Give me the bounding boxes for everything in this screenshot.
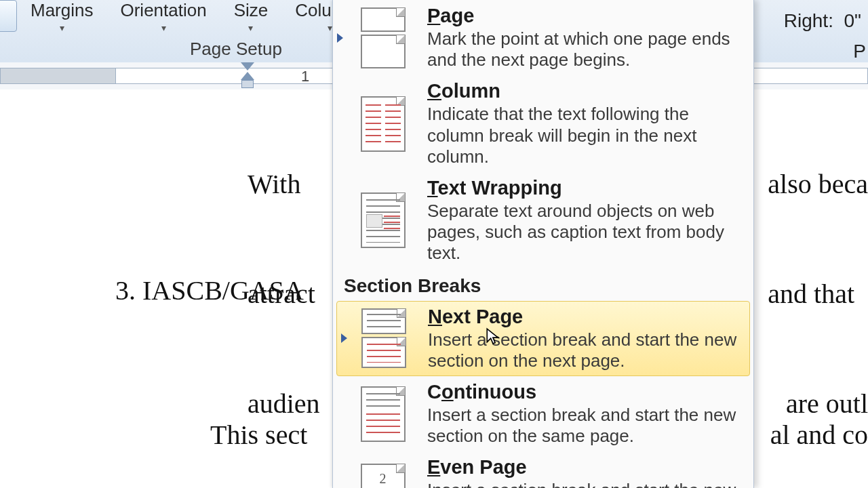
margins-button[interactable]: Margins ▾ <box>31 0 93 33</box>
indent-marker[interactable] <box>241 62 254 88</box>
column-break-icon <box>351 80 415 167</box>
even-page-break-icon: 2 <box>351 456 415 488</box>
menu-item-desc: Insert a section break and start the new <box>427 480 741 488</box>
continuous-break-icon <box>351 381 415 447</box>
submenu-arrow-icon <box>341 333 347 343</box>
submenu-arrow-icon <box>337 33 343 43</box>
text-wrapping-icon <box>351 177 415 264</box>
hanging-indent-icon <box>241 72 254 80</box>
size-button[interactable]: Size ▾ <box>234 0 269 33</box>
paragraph-group-partial: P <box>853 41 868 62</box>
menu-item-title: Next Page <box>428 306 741 328</box>
menu-item-desc: Insert a section break and start the new… <box>427 405 741 447</box>
menu-item-title: Column <box>427 80 741 102</box>
menu-item-title: Even Page <box>427 456 741 479</box>
menu-item-desc: Insert a section break and start the new… <box>428 329 741 371</box>
menu-item-title: Page <box>427 5 741 27</box>
margins-label: Margins <box>31 0 93 20</box>
chevron-down-icon: ▾ <box>120 22 206 33</box>
menu-item-even-page-section-break[interactable]: 2 Even Page Insert a section break and s… <box>333 451 753 488</box>
size-label: Size <box>234 0 269 20</box>
menu-item-column-break[interactable]: Column Indicate that the text following … <box>333 75 753 172</box>
menu-item-continuous-section-break[interactable]: Continuous Insert a section break and st… <box>333 376 753 451</box>
breaks-dropdown-menu: Page Mark the point at which one page en… <box>332 0 754 488</box>
next-page-break-icon <box>351 306 416 371</box>
ruler-tick-1: 1 <box>301 68 309 85</box>
page-break-icon <box>351 5 415 70</box>
menu-item-desc: Separate text around objects on web page… <box>427 201 741 264</box>
body-paragraph-2-right: al and co nd indivi <box>770 344 868 488</box>
menu-item-title: Continuous <box>427 381 741 403</box>
page-setup-group-label: Page Setup <box>190 39 282 60</box>
chevron-down-icon: ▾ <box>234 22 269 33</box>
quick-access-button[interactable] <box>0 0 17 32</box>
body-paragraph-2: This sect this conc outlined <box>210 344 307 488</box>
left-indent-icon <box>241 80 254 88</box>
numbered-heading: 3. IASCB/GASA <box>115 272 304 309</box>
menu-item-desc: Indicate that the text following the col… <box>427 104 741 167</box>
orientation-label: Orientation <box>120 0 206 20</box>
ruler-margin-area <box>0 68 117 84</box>
menu-item-desc: Mark the point at which one page ends an… <box>427 28 741 70</box>
section-breaks-header: Section Breaks <box>333 269 753 301</box>
chevron-down-icon: ▾ <box>31 22 93 33</box>
first-line-indent-icon <box>241 62 254 70</box>
indent-right-label: Right: 0" <box>784 10 868 32</box>
menu-item-next-page-section-break[interactable]: Next Page Insert a section break and sta… <box>336 301 750 376</box>
menu-item-page-break[interactable]: Page Mark the point at which one page en… <box>333 0 753 75</box>
menu-item-title: Text Wrapping <box>427 177 741 199</box>
menu-item-text-wrapping-break[interactable]: Text Wrapping Separate text around objec… <box>333 172 753 269</box>
orientation-button[interactable]: Orientation ▾ <box>120 0 206 33</box>
